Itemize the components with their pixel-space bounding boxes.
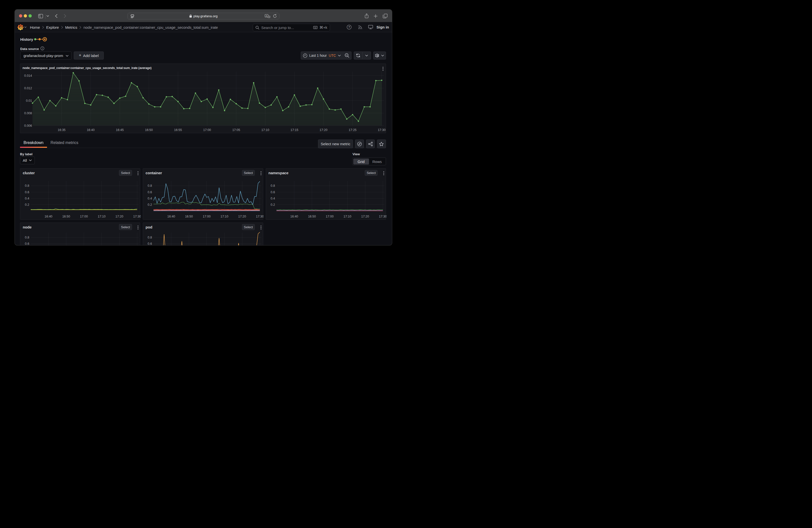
svg-text:17:20: 17:20 — [319, 128, 327, 132]
svg-text:0.2: 0.2 — [271, 203, 275, 206]
svg-text:17:30: 17:30 — [379, 215, 386, 218]
svg-text:?: ? — [348, 26, 350, 29]
svg-text:17:10: 17:10 — [98, 215, 105, 218]
svg-text:16:50: 16:50 — [308, 215, 316, 218]
svg-text:0.6: 0.6 — [25, 191, 29, 194]
svg-text:0.01: 0.01 — [26, 99, 32, 103]
svg-text:16:40: 16:40 — [290, 215, 298, 218]
svg-text:0.6: 0.6 — [148, 242, 152, 245]
svg-text:0.6: 0.6 — [148, 191, 152, 194]
svg-text:17:10: 17:10 — [344, 215, 351, 218]
svg-text:0.006: 0.006 — [24, 124, 32, 128]
svg-text:0.2: 0.2 — [25, 203, 29, 206]
svg-text:A: A — [266, 15, 267, 17]
svg-text:17:10: 17:10 — [261, 128, 269, 132]
svg-text:17:20: 17:20 — [116, 215, 123, 218]
svg-text:16:40: 16:40 — [44, 215, 52, 218]
svg-text:0.008: 0.008 — [24, 112, 32, 115]
svg-text:17:00: 17:00 — [203, 128, 211, 132]
svg-text:16:50: 16:50 — [185, 215, 193, 218]
svg-text:0.4: 0.4 — [148, 197, 152, 200]
svg-text:17:30: 17:30 — [256, 215, 263, 218]
svg-text:16:40: 16:40 — [87, 128, 95, 132]
svg-text:16:40: 16:40 — [168, 215, 175, 218]
svg-text:0.8: 0.8 — [25, 184, 29, 188]
svg-text:0.4: 0.4 — [271, 197, 275, 200]
svg-text:0.6: 0.6 — [25, 242, 29, 245]
svg-text:17:20: 17:20 — [361, 215, 369, 218]
svg-text:16:35: 16:35 — [58, 128, 66, 132]
svg-text:17:00: 17:00 — [203, 215, 211, 218]
svg-text:16:55: 16:55 — [174, 128, 182, 132]
svg-text:17:10: 17:10 — [220, 215, 228, 218]
svg-text:0.8: 0.8 — [271, 184, 275, 188]
svg-text:17:00: 17:00 — [326, 215, 334, 218]
svg-text:16:45: 16:45 — [116, 128, 124, 132]
svg-text:0.8: 0.8 — [25, 236, 29, 239]
svg-text:0.014: 0.014 — [24, 74, 32, 77]
svg-text:17:30: 17:30 — [378, 128, 386, 132]
svg-text:0.6: 0.6 — [271, 191, 275, 194]
svg-text:17:20: 17:20 — [238, 215, 246, 218]
svg-text:0.8: 0.8 — [148, 236, 152, 239]
svg-text:0.2: 0.2 — [148, 203, 152, 206]
svg-text:17:25: 17:25 — [349, 128, 357, 132]
svg-text:16:50: 16:50 — [62, 215, 70, 218]
svg-text:16:50: 16:50 — [145, 128, 153, 132]
svg-text:17:05: 17:05 — [232, 128, 240, 132]
svg-text:17:00: 17:00 — [80, 215, 88, 218]
svg-text:0.8: 0.8 — [148, 184, 152, 188]
svg-text:17:15: 17:15 — [290, 128, 298, 132]
svg-text:0.012: 0.012 — [24, 87, 32, 90]
svg-text:0.4: 0.4 — [25, 197, 29, 200]
svg-text:17:30: 17:30 — [133, 215, 141, 218]
